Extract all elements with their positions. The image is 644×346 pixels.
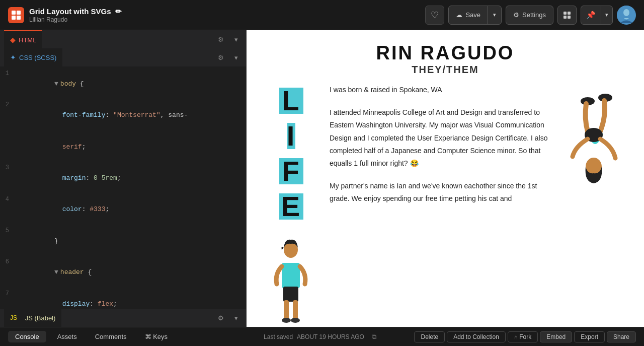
css-tab[interactable]: ✦ CSS (SCSS)	[4, 48, 62, 66]
status-left: Console Assets Comments ⌘ Keys	[8, 331, 175, 342]
html-tab[interactable]: ◆ HTML	[4, 30, 42, 48]
svg-rect-2	[12, 16, 16, 20]
delete-button[interactable]: Delete	[414, 331, 445, 342]
assets-tab[interactable]: Assets	[50, 331, 84, 342]
js-tab[interactable]: JS JS (Babel)	[4, 309, 61, 327]
life-letters: L I F	[273, 84, 308, 224]
save-main[interactable]: ☁ Save	[449, 6, 488, 24]
comments-tab[interactable]: Comments	[88, 331, 134, 342]
letter-L: L	[273, 84, 308, 118]
console-tab[interactable]: Console	[8, 331, 46, 342]
letter-I: I	[273, 119, 308, 153]
project-author: Lillian Ragudo	[29, 16, 122, 23]
pin-button[interactable]: 📌 ▾	[581, 6, 613, 25]
preview-header: RIN RAGUDO THEY/THEM	[257, 30, 634, 84]
css-settings-btn[interactable]: ⚙	[215, 51, 227, 63]
save-caret[interactable]: ▾	[488, 6, 501, 24]
cloud-icon: ☁	[456, 11, 462, 19]
standing-figure	[266, 234, 316, 327]
html-settings-btn[interactable]: ⚙	[215, 33, 227, 45]
keys-tab[interactable]: ⌘ Keys	[138, 331, 175, 342]
code-line-1: 1 ▼body {	[0, 68, 246, 100]
code-line-5: 5 }	[0, 226, 246, 257]
add-collection-button[interactable]: Add to Collection	[447, 331, 506, 342]
css-tab-bar: ✦ CSS (SCSS) ⚙ ▾	[0, 48, 246, 66]
svg-rect-7	[568, 16, 571, 19]
css-dot: ✦	[10, 53, 16, 61]
svg-rect-1	[17, 11, 21, 15]
logo-text: Grid Layout with SVGs ✏ Lillian Ragudo	[29, 7, 122, 23]
code-line-7: 7 display: flex;	[0, 289, 246, 309]
nav-actions: ♡ ☁ Save ▾ ⚙ Settings 📌 ▾	[425, 6, 636, 25]
svg-rect-4	[564, 12, 567, 15]
bio-text-column: I was born & raised in Spokane, WA I att…	[319, 84, 561, 327]
html-tab-bar: ◆ HTML ⚙ ▾	[0, 30, 246, 48]
svg-rect-3	[17, 16, 21, 20]
svg-rect-11	[282, 263, 300, 288]
bio-paragraph-2: I attended Minneapolis College of Art an…	[330, 106, 551, 170]
svg-rect-0	[12, 11, 16, 15]
html-tab-actions: ⚙ ▾	[215, 33, 242, 45]
status-bar: Console Assets Comments ⌘ Keys Last save…	[0, 327, 644, 346]
avatar[interactable]	[617, 6, 636, 25]
right-figure-column	[561, 84, 629, 327]
css-tab-actions: ⚙ ▾	[215, 51, 242, 63]
logo-area: Grid Layout with SVGs ✏ Lillian Ragudo	[8, 7, 122, 23]
app-logo[interactable]	[8, 7, 24, 23]
preview-content: RIN RAGUDO THEY/THEM L	[247, 30, 644, 327]
svg-point-9	[623, 9, 629, 16]
svg-point-15	[282, 318, 291, 323]
html-collapse-btn[interactable]: ▾	[230, 33, 242, 45]
code-line-2b: serif;	[0, 131, 246, 163]
js-settings-btn[interactable]: ⚙	[215, 312, 227, 324]
css-collapse-btn[interactable]: ▾	[230, 51, 242, 63]
html-dot: ◆	[10, 36, 16, 44]
code-line-3: 3 margin: 0 5rem;	[0, 163, 246, 194]
fork-button[interactable]: ⑃ Fork	[508, 331, 538, 342]
share-button[interactable]: Share	[607, 331, 636, 342]
letter-F: F	[273, 154, 308, 188]
code-editor[interactable]: 1 ▼body { 2 font-family: "Montserrat", s…	[0, 66, 246, 309]
grid-button[interactable]	[557, 6, 577, 25]
editor-panel: ◆ HTML ⚙ ▾ ✦ CSS (SCSS) ⚙ ▾	[0, 30, 247, 327]
pin-caret[interactable]: ▾	[601, 6, 612, 24]
js-tab-actions: ⚙ ▾	[215, 312, 242, 324]
save-button[interactable]: ☁ Save ▾	[448, 6, 502, 25]
preview-name: RIN RAGUDO	[257, 42, 634, 64]
left-column: L I F	[262, 84, 319, 327]
embed-button[interactable]: Embed	[540, 331, 572, 342]
bio-paragraph-3: My partner's name is Ian and we've known…	[330, 180, 551, 205]
bio-paragraph-1: I was born & raised in Spokane, WA	[330, 84, 551, 96]
status-center: Last saved ABOUT 19 HOURS AGO ⧉	[264, 331, 380, 343]
js-collapse-btn[interactable]: ▾	[230, 312, 242, 324]
code-line-2: 2 font-family: "Montserrat", sans-	[0, 100, 246, 131]
svg-rect-13	[284, 300, 289, 320]
code-line-6: 6 ▼header {	[0, 257, 246, 288]
pin-icon[interactable]: 📌	[581, 6, 601, 24]
status-right: Delete Add to Collection ⑃ Fork Embed Ex…	[414, 331, 636, 342]
upside-down-figure	[565, 89, 625, 220]
open-external-btn[interactable]: ⧉	[368, 331, 380, 343]
settings-icon: ⚙	[513, 11, 519, 19]
settings-button[interactable]: ⚙ Settings	[506, 6, 553, 25]
preview-panel: RIN RAGUDO THEY/THEM L	[247, 30, 644, 327]
js-tab-bar: JS JS (Babel) ⚙ ▾	[0, 309, 246, 327]
top-navigation: Grid Layout with SVGs ✏ Lillian Ragudo ♡…	[0, 0, 644, 30]
preview-main-grid: L I F	[257, 84, 634, 327]
svg-rect-14	[293, 300, 298, 320]
main-content: ◆ HTML ⚙ ▾ ✦ CSS (SCSS) ⚙ ▾	[0, 30, 644, 327]
preview-pronoun: THEY/THEM	[257, 64, 634, 76]
svg-rect-12	[283, 287, 298, 302]
heart-button[interactable]: ♡	[425, 6, 444, 25]
svg-rect-5	[568, 12, 571, 15]
svg-rect-6	[564, 16, 567, 19]
code-line-4: 4 color: #333;	[0, 194, 246, 226]
project-title[interactable]: Grid Layout with SVGs ✏	[29, 7, 122, 16]
letter-E: E	[273, 189, 308, 224]
export-button[interactable]: Export	[574, 331, 605, 342]
js-dot: JS	[10, 314, 17, 321]
svg-point-16	[291, 318, 300, 323]
